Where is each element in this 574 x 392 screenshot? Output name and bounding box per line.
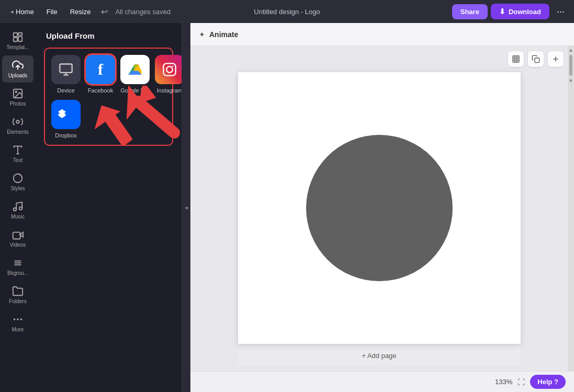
dropbox-row: Dropbox (51, 100, 166, 139)
circle-element[interactable] (306, 135, 453, 281)
more-options-button[interactable]: ··· (553, 4, 569, 19)
upload-source-device[interactable]: Device (51, 55, 81, 94)
download-icon: ⬇ (499, 7, 505, 16)
file-button[interactable]: File (41, 6, 63, 18)
sidebar-item-uploads[interactable]: Uploads (2, 55, 33, 83)
upload-sources-grid: Device f Facebook (51, 55, 166, 94)
instagram-label: Instagram (157, 87, 182, 94)
zoom-expand-icon[interactable]: ⛶ (517, 378, 525, 386)
canvas-wrapper: + Add page (238, 72, 521, 366)
svg-rect-13 (13, 232, 20, 239)
sidebar-item-music[interactable]: Music (2, 197, 33, 224)
instagram-icon-bg (155, 55, 182, 84)
upload-source-facebook[interactable]: f Facebook (86, 55, 115, 94)
download-button[interactable]: ⬇ Download (491, 4, 549, 19)
gdrive-icon-bg (120, 55, 150, 84)
svg-point-18 (17, 319, 18, 320)
sidebar-item-elements[interactable]: Elements (2, 112, 33, 139)
canvas-add-button[interactable] (548, 51, 564, 67)
facebook-label: Facebook (88, 87, 113, 94)
zoom-level: 133% (495, 378, 512, 386)
sidebar-item-videos[interactable]: Videos (2, 225, 33, 252)
animate-bar: ✦ Animate (190, 23, 574, 46)
device-icon-bg (51, 55, 81, 84)
canvas-scroll-area[interactable]: + Add page (190, 46, 568, 371)
scroll-down-icon[interactable]: ▼ (568, 78, 573, 84)
canvas-bottom-bar: 133% ⛶ Help ? (190, 371, 574, 392)
topbar: ◂ Home File Resize ↩ All changes saved U… (0, 0, 574, 23)
canvas-page[interactable] (238, 72, 521, 344)
sidebar-item-background[interactable]: Bkgrou... (2, 253, 33, 280)
canvas-area: ✦ Animate (190, 23, 574, 392)
saved-status: All changes saved (115, 8, 171, 16)
svg-point-7 (16, 120, 19, 123)
facebook-icon-bg: f (86, 55, 115, 84)
collapse-panel-handle[interactable]: ◂ (182, 23, 190, 392)
svg-point-32 (172, 65, 173, 66)
canvas-scrollbar[interactable]: ▲ ▼ (568, 46, 574, 371)
svg-rect-2 (18, 37, 22, 41)
gdrive-label: Google D... (120, 87, 150, 94)
topbar-left: ◂ Home File Resize ↩ All changes saved (5, 5, 171, 19)
upload-source-googledrive[interactable]: Google D... (120, 55, 150, 94)
scroll-up-icon[interactable]: ▲ (568, 47, 573, 53)
svg-rect-21 (60, 64, 72, 73)
animate-sparkle-icon: ✦ (199, 30, 205, 39)
svg-rect-3 (14, 38, 17, 41)
upload-from-box: Device f Facebook (44, 48, 173, 146)
add-page-bar[interactable]: + Add page (238, 345, 521, 366)
resize-button[interactable]: Resize (65, 6, 96, 18)
sidebar-item-text[interactable]: Text (2, 140, 33, 167)
svg-point-31 (166, 66, 173, 73)
upload-source-dropbox[interactable]: Dropbox (51, 100, 81, 139)
help-button[interactable]: Help ? (530, 375, 566, 389)
sidebar-item-more[interactable]: More (2, 309, 33, 337)
svg-point-11 (14, 208, 17, 211)
upload-source-instagram[interactable]: Instagram (155, 55, 182, 94)
dropbox-icon-bg (51, 100, 81, 129)
canvas-frame-button[interactable] (508, 51, 524, 67)
scroll-thumb[interactable] (569, 55, 572, 76)
svg-rect-30 (163, 63, 175, 75)
svg-rect-0 (14, 33, 17, 37)
sidebar-item-styles[interactable]: Styles (2, 168, 33, 195)
dropbox-label: Dropbox (55, 132, 77, 139)
add-page-label: + Add page (362, 352, 396, 360)
animate-label[interactable]: Animate (209, 30, 238, 39)
canvas-duplicate-button[interactable] (528, 51, 544, 67)
canvas-top-controls (508, 51, 564, 67)
icon-sidebar: Templat... Uploads Photos Elements Text … (0, 23, 36, 392)
svg-point-20 (14, 319, 15, 320)
upload-panel-title: Upload From (44, 31, 173, 40)
sidebar-item-templates[interactable]: Templat... (2, 27, 33, 54)
undo-button[interactable]: ↩ (98, 5, 111, 19)
svg-rect-40 (535, 58, 539, 63)
share-button[interactable]: Share (452, 4, 488, 19)
svg-rect-1 (18, 33, 22, 36)
svg-point-19 (21, 319, 22, 320)
sidebar-item-photos[interactable]: Photos (2, 84, 33, 111)
main-area: Templat... Uploads Photos Elements Text … (0, 23, 574, 392)
sidebar-item-folders[interactable]: Folders (2, 281, 33, 308)
svg-point-6 (15, 91, 17, 93)
device-label: Device (57, 87, 75, 94)
home-button[interactable]: ◂ Home (5, 6, 39, 18)
design-title: Untitled design - Logo (254, 8, 320, 16)
svg-point-12 (19, 207, 22, 210)
svg-rect-35 (513, 56, 519, 62)
upload-panel: Upload From Device f Facebook (36, 23, 182, 392)
